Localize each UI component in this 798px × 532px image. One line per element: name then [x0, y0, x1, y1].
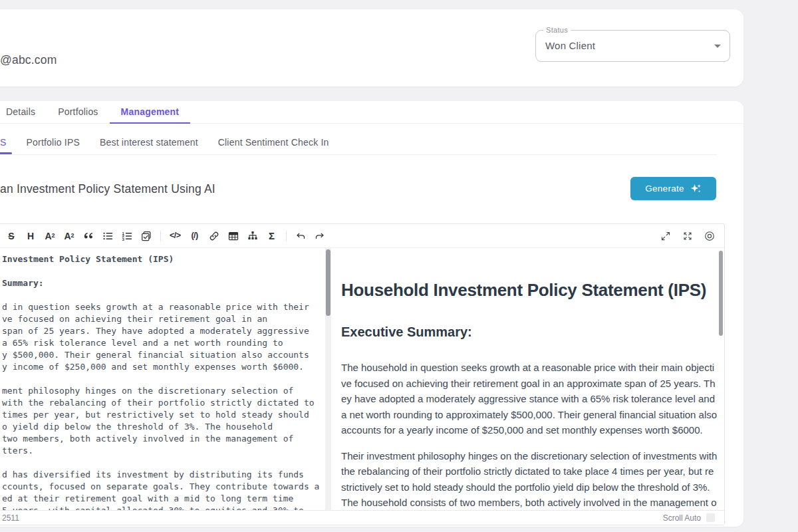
- preview-subheading: Executive Summary:: [341, 323, 718, 341]
- tab-portfolios[interactable]: Portfolios: [47, 101, 109, 123]
- source-line: [2, 265, 325, 277]
- fullscreen-icon[interactable]: [682, 229, 693, 243]
- dropdown-caret-icon: [714, 45, 721, 48]
- ordered-list-icon[interactable]: 123: [122, 229, 132, 243]
- markdown-source-pane[interactable]: Investment Policy Statement (IPS) Summar…: [1, 248, 325, 511]
- table-icon[interactable]: [228, 229, 239, 243]
- subtab-portfolio-ips[interactable]: Portfolio IPS: [27, 137, 80, 148]
- source-line: Investment Policy Statement (IPS): [2, 253, 325, 265]
- subscript-icon[interactable]: A2: [45, 229, 55, 243]
- page-title: an Investment Policy Statement Using AI: [0, 182, 215, 196]
- source-line: d in question seeks growth at a reasonab…: [2, 301, 325, 313]
- markdown-editor: SHA2A2123</>(/)Σ Investment Policy State…: [0, 223, 725, 525]
- source-line: two members, both actively involved in t…: [2, 433, 325, 445]
- subtab-s[interactable]: S: [0, 137, 7, 148]
- scroll-auto-label: Scroll Auto: [663, 513, 701, 523]
- source-line: ve focused on achieving their retirement…: [2, 313, 325, 325]
- generate-button-label: Generate: [645, 184, 684, 194]
- editor-scrollbar-thumb[interactable]: [326, 249, 331, 316]
- status-select-label: Status: [543, 26, 571, 34]
- redo-icon[interactable]: [315, 229, 325, 243]
- toolbar-left-group: SHA2A2123</>(/)Σ: [6, 229, 334, 243]
- main-tabs: DetailsPortfoliosManagement: [0, 101, 743, 124]
- preview-scrollbar-thumb[interactable]: [719, 251, 723, 336]
- client-header-card: @abc.com Status Won Client: [0, 9, 743, 86]
- editor-toolbar: SHA2A2123</>(/)Σ: [0, 224, 724, 248]
- link-icon[interactable]: [209, 229, 219, 243]
- source-line: span of 25 years. They have adopted a mo…: [2, 325, 325, 337]
- tab-management[interactable]: Management: [110, 101, 191, 123]
- toolbar-divider: [286, 231, 287, 241]
- unordered-list-icon[interactable]: [102, 229, 113, 243]
- source-line: [2, 289, 325, 301]
- sparkles-icon: [690, 183, 702, 194]
- source-line: [2, 457, 325, 469]
- source-line: d has diversified its investment by dist…: [2, 469, 325, 481]
- scroll-auto-checkbox[interactable]: [706, 513, 715, 522]
- source-line: y income of $250,000 and set monthly exp…: [2, 361, 325, 373]
- source-line: o yield dip below the threshold of 3%. T…: [2, 421, 325, 433]
- management-subtabs: SPortfolio IPSBest interest statementCli…: [0, 124, 717, 155]
- preview-heading: Household Investment Policy Statement (I…: [341, 275, 718, 305]
- preview-paragraph: Their investment philosophy hinges on th…: [341, 448, 718, 512]
- char-count: 2511: [2, 513, 19, 523]
- source-line: [2, 373, 325, 385]
- source-line: ccounts, focused on separate goals. They…: [2, 481, 325, 493]
- source-line: with the rebalancing of their portfolio …: [2, 397, 325, 409]
- editor-body: Investment Policy Statement (IPS) Summar…: [0, 248, 724, 511]
- svg-text:3: 3: [122, 237, 124, 241]
- source-line: Summary:: [2, 277, 325, 289]
- code-block-icon[interactable]: (/): [190, 229, 200, 243]
- toolbar-divider: [160, 231, 161, 241]
- source-line: tters.: [2, 445, 325, 457]
- tab-details[interactable]: Details: [0, 101, 47, 123]
- editor-statusbar: 2511 Scroll Auto: [0, 510, 724, 525]
- editor-scrollbar[interactable]: [325, 248, 331, 511]
- toolbar-right-group: [649, 229, 715, 243]
- source-line: times per year, but restrictively set to…: [2, 409, 325, 421]
- status-select-value: Won Client: [536, 31, 730, 61]
- generate-button[interactable]: Generate: [630, 177, 716, 200]
- strikethrough-icon[interactable]: S: [6, 229, 17, 243]
- preview-paragraphs: The household in question seeks growth a…: [341, 360, 718, 511]
- subtab-best-interest-statement[interactable]: Best interest statement: [100, 137, 198, 148]
- preview-pane[interactable]: Household Investment Policy Statement (I…: [331, 248, 724, 511]
- client-detail-card: DetailsPortfoliosManagement SPortfolio I…: [0, 101, 743, 527]
- diagram-icon[interactable]: [247, 229, 258, 243]
- inline-code-icon[interactable]: </>: [170, 229, 181, 243]
- client-email: @abc.com: [0, 53, 57, 67]
- source-line: ment philosophy hinges on the discretion…: [2, 385, 325, 397]
- undo-icon[interactable]: [295, 229, 306, 243]
- preview-paragraph: The household in question seeks growth a…: [341, 360, 718, 438]
- superscript-icon[interactable]: A2: [64, 229, 74, 243]
- task-list-icon[interactable]: [141, 229, 152, 243]
- preview-icon[interactable]: [704, 229, 715, 243]
- quote-icon[interactable]: [83, 229, 94, 243]
- subtab-client-sentiment-check-in[interactable]: Client Sentiment Check In: [218, 137, 329, 148]
- source-line: y $500,000. Their general financial situ…: [2, 349, 325, 361]
- page-fullscreen-icon[interactable]: [660, 229, 671, 243]
- source-line: a 65% risk tolerance level and a net wor…: [2, 337, 325, 349]
- status-select[interactable]: Status Won Client: [535, 30, 730, 62]
- heading-icon[interactable]: H: [25, 229, 36, 243]
- formula-icon[interactable]: Σ: [267, 229, 277, 243]
- source-line: ed at their retirement goal with a mid t…: [2, 493, 325, 505]
